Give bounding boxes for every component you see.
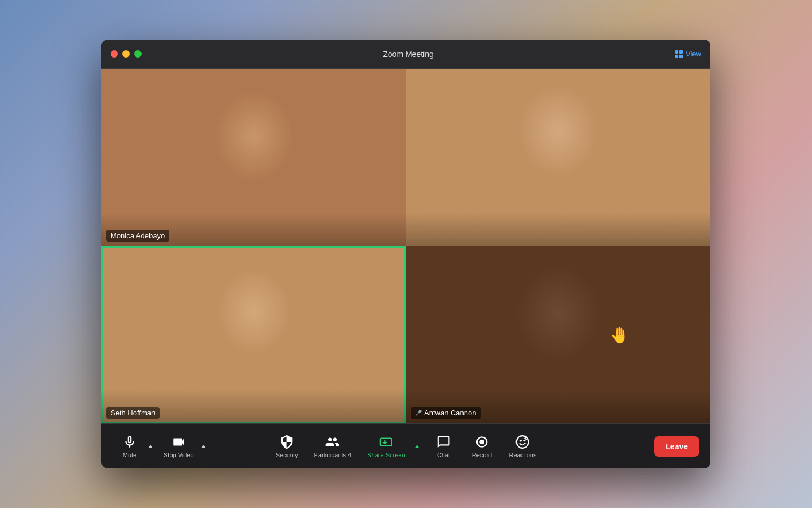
view-label: View — [686, 50, 701, 58]
name-label-seth: Seth Hoffman — [106, 407, 160, 419]
participants-button[interactable]: Participants 4 — [308, 431, 358, 462]
antwan-name: Antwan Cannon — [424, 409, 476, 417]
mic-muted-icon: 🎤 — [415, 410, 422, 416]
record-label: Record — [472, 452, 492, 458]
caret-up-icon — [148, 444, 153, 449]
stop-video-label: Stop Video — [164, 452, 194, 458]
share-screen-caret[interactable] — [412, 435, 422, 458]
toolbar: Mute Stop Video — [102, 423, 710, 468]
stop-video-button[interactable]: Stop Video — [158, 431, 200, 462]
share-screen-button[interactable]: Share Screen — [361, 431, 411, 462]
video-overlay-2 — [406, 212, 710, 246]
reactions-button[interactable]: Reactions — [504, 431, 542, 462]
toolbar-center: Security Participants 4 Share Screen — [270, 431, 542, 462]
svg-point-4 — [524, 440, 526, 441]
svg-point-3 — [520, 440, 522, 441]
minimize-button[interactable] — [122, 50, 130, 58]
seth-name: Seth Hoffman — [111, 409, 155, 417]
chat-icon — [436, 435, 451, 449]
leave-button[interactable]: Leave — [654, 436, 699, 457]
mute-caret[interactable] — [145, 435, 156, 458]
record-icon — [475, 435, 489, 449]
shield-icon — [280, 435, 294, 449]
toolbar-left: Mute Stop Video — [113, 431, 209, 462]
svg-point-2 — [517, 436, 529, 448]
monica-name: Monica Adebayo — [111, 231, 165, 240]
security-button[interactable]: Security — [270, 431, 304, 462]
reactions-icon — [515, 435, 530, 449]
share-screen-icon — [379, 435, 394, 449]
svg-point-1 — [479, 439, 484, 444]
mute-button[interactable]: Mute — [113, 431, 147, 462]
name-label-monica: Monica Adebayo — [106, 230, 169, 242]
camera-icon — [171, 435, 186, 449]
view-button[interactable]: View — [675, 50, 701, 58]
chat-button[interactable]: Chat — [427, 431, 461, 462]
caret-up-icon-3 — [414, 444, 420, 449]
participants-container: Participants 4 — [308, 431, 358, 462]
window-controls — [111, 50, 142, 58]
security-label: Security — [276, 452, 298, 458]
reactions-label: Reactions — [509, 452, 537, 458]
zoom-window: Zoom Meeting View Monica Adebayo — [102, 40, 710, 468]
video-grid: Monica Adebayo Seth Hoffman 🤚 🎤 Antwan C… — [102, 69, 710, 423]
participants-label: Participants 4 — [314, 452, 352, 458]
titlebar: Zoom Meeting View — [102, 40, 710, 69]
name-label-antwan: 🎤 Antwan Cannon — [411, 407, 481, 419]
video-cell-seth: Seth Hoffman — [102, 246, 406, 423]
grid-view-icon — [675, 50, 683, 58]
participants-icon — [325, 435, 340, 449]
video-cell-monica: Monica Adebayo — [102, 69, 406, 246]
caret-up-icon-2 — [201, 444, 206, 449]
mute-label: Mute — [123, 452, 136, 458]
maximize-button[interactable] — [134, 50, 142, 58]
video-cell-woman2 — [406, 69, 710, 246]
video-caret[interactable] — [198, 435, 209, 458]
share-screen-label: Share Screen — [367, 452, 405, 458]
reaction-hand-icon: 🤚 — [610, 326, 629, 344]
window-title: Zoom Meeting — [383, 50, 433, 59]
video-cell-antwan: 🤚 🎤 Antwan Cannon — [406, 246, 710, 423]
record-button[interactable]: Record — [465, 431, 499, 462]
mic-icon — [122, 435, 137, 449]
toolbar-right: Leave — [654, 436, 699, 457]
close-button[interactable] — [111, 50, 118, 58]
chat-label: Chat — [437, 452, 450, 458]
